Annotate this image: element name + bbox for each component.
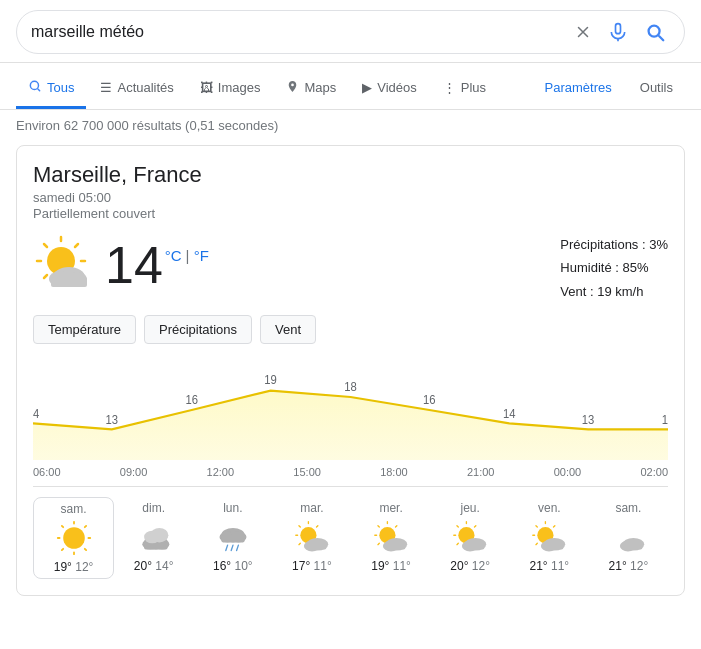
clear-button[interactable]	[570, 19, 596, 45]
weather-main: 14 °C | °F Précipitations : 3% Humidité …	[33, 233, 668, 303]
day-name-6: ven.	[538, 501, 561, 515]
svg-line-76	[536, 526, 537, 527]
weather-unit: °C | °F	[165, 247, 209, 264]
svg-text:13: 13	[106, 413, 119, 427]
svg-point-24	[63, 527, 85, 549]
day-temps-3: 17° 11°	[292, 559, 332, 573]
day-temps-1: 20° 14°	[134, 559, 174, 573]
wind-detail: Vent : 19 km/h	[560, 280, 668, 303]
day-name-0: sam.	[61, 502, 87, 516]
svg-rect-72	[465, 543, 485, 549]
svg-line-8	[44, 275, 47, 278]
hour-label-1: 09:00	[120, 466, 148, 478]
tab-outils-label: Outils	[640, 80, 673, 95]
maps-icon	[286, 80, 299, 96]
tab-outils[interactable]: Outils	[628, 70, 685, 108]
plus-icon: ⋮	[443, 80, 456, 95]
day-icon-2	[215, 519, 251, 555]
tab-parametres-label: Paramètres	[545, 80, 612, 95]
day-item-5[interactable]: jeu. 20° 12°	[431, 497, 510, 579]
daily-forecast: sam. 19° 12° dim.	[33, 486, 668, 579]
svg-line-31	[61, 549, 62, 550]
precip-detail: Précipitations : 3%	[560, 233, 668, 256]
temp-button[interactable]: Température	[33, 315, 136, 344]
svg-line-78	[554, 526, 555, 527]
svg-line-49	[299, 526, 300, 527]
svg-line-60	[396, 526, 397, 527]
temp-chart: 14 13 16 19 18 16 14 13 13	[33, 360, 668, 460]
svg-line-32	[84, 549, 85, 550]
day-name-1: dim.	[142, 501, 165, 515]
weather-icon-temp: 14 °C | °F	[33, 233, 209, 297]
wind-button[interactable]: Vent	[260, 315, 316, 344]
tab-plus-label: Plus	[461, 80, 486, 95]
unit-f[interactable]: °F	[194, 247, 209, 264]
day-name-2: lun.	[223, 501, 242, 515]
weather-city: Marseille, France	[33, 162, 668, 188]
hour-label-5: 21:00	[467, 466, 495, 478]
svg-text:13: 13	[662, 413, 668, 427]
day-item-6[interactable]: ven. 21° 11°	[510, 497, 589, 579]
svg-text:14: 14	[33, 407, 40, 421]
hour-label-4: 18:00	[380, 466, 408, 478]
tab-actualites[interactable]: ☰ Actualités	[88, 70, 185, 108]
svg-text:18: 18	[344, 380, 357, 394]
day-temps-4: 19° 11°	[371, 559, 411, 573]
svg-point-38	[150, 528, 168, 542]
svg-rect-81	[544, 543, 564, 549]
tab-tous-label: Tous	[47, 80, 74, 95]
svg-line-30	[84, 526, 85, 527]
tab-parametres[interactable]: Paramètres	[533, 70, 624, 108]
hour-label-2: 12:00	[207, 466, 235, 478]
day-temps-6: 21° 11°	[529, 559, 569, 573]
svg-text:19: 19	[264, 373, 277, 387]
weather-details: Précipitations : 3% Humidité : 85% Vent …	[560, 233, 668, 303]
day-item-4[interactable]: mer. 19° 11°	[352, 497, 431, 579]
weather-card: Marseille, France samedi 05:00 Partielle…	[16, 145, 685, 596]
svg-rect-36	[144, 543, 167, 550]
tab-videos[interactable]: ▶ Vidéos	[350, 70, 429, 108]
humidity-detail: Humidité : 85%	[560, 256, 668, 279]
svg-line-6	[44, 244, 47, 247]
svg-line-43	[226, 545, 228, 550]
day-item-3[interactable]: mar. 17° 11°	[272, 497, 351, 579]
svg-text:14: 14	[503, 407, 516, 421]
tab-plus[interactable]: ⋮ Plus	[431, 70, 498, 108]
day-icon-0	[56, 520, 92, 556]
svg-rect-63	[386, 543, 406, 549]
day-item-2[interactable]: lun. 16° 10°	[193, 497, 272, 579]
search-tab-icon	[28, 79, 42, 96]
day-item-7[interactable]: sam. 21° 12°	[589, 497, 668, 579]
mic-button[interactable]	[604, 18, 632, 46]
results-count: Environ 62 700 000 résultats (0,51 secon…	[0, 110, 701, 141]
tab-images[interactable]: 🖼 Images	[188, 70, 273, 108]
hour-label-7: 02:00	[640, 466, 668, 478]
day-icon-4	[373, 519, 409, 555]
day-item-0[interactable]: sam. 19° 12°	[33, 497, 114, 579]
search-input[interactable]	[31, 23, 562, 41]
svg-rect-84	[623, 543, 643, 549]
svg-line-50	[299, 543, 300, 544]
chart-container: 14 13 16 19 18 16 14 13 13	[33, 360, 668, 460]
tab-maps[interactable]: Maps	[274, 70, 348, 109]
day-item-1[interactable]: dim. 20° 14°	[114, 497, 193, 579]
day-icon-3	[294, 519, 330, 555]
nav-right: Paramètres Outils	[533, 70, 685, 108]
weather-temp: 14	[105, 239, 163, 291]
day-icon-6	[531, 519, 567, 555]
unit-c[interactable]: °C	[165, 247, 182, 264]
search-button[interactable]	[640, 17, 670, 47]
tab-tous[interactable]: Tous	[16, 69, 86, 109]
weather-condition-icon	[33, 233, 97, 297]
tab-actualites-label: Actualités	[117, 80, 173, 95]
weather-time: samedi 05:00	[33, 190, 668, 205]
unit-sep: |	[186, 247, 194, 264]
svg-text:16: 16	[185, 393, 198, 407]
svg-line-68	[457, 543, 458, 544]
day-temps-0: 19° 12°	[54, 560, 94, 574]
svg-text:16: 16	[423, 393, 436, 407]
search-bar	[16, 10, 685, 54]
precip-button[interactable]: Précipitations	[144, 315, 252, 344]
tab-images-label: Images	[218, 80, 261, 95]
images-icon: 🖼	[200, 80, 213, 95]
